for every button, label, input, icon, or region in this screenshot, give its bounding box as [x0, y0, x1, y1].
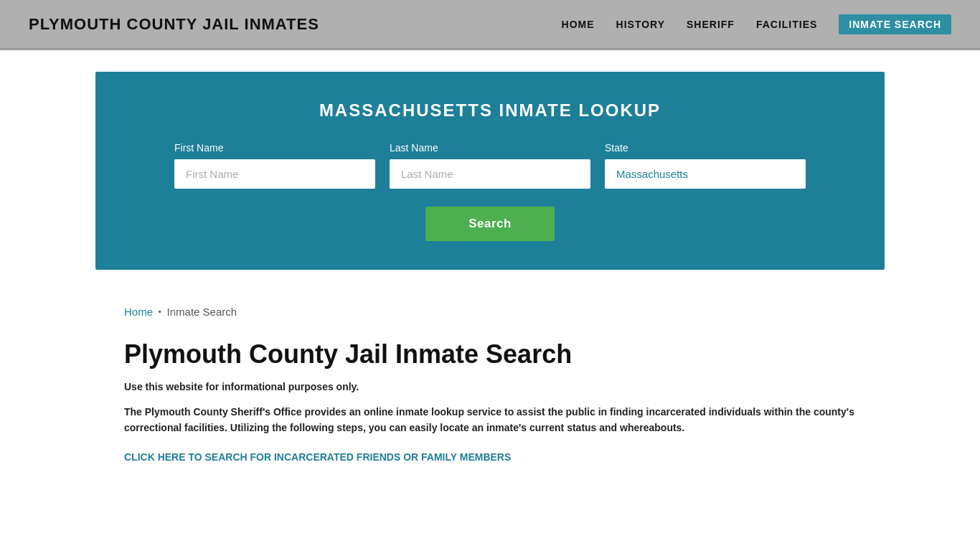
breadcrumb: Home • Inmate Search [95, 291, 885, 332]
last-name-label: Last Name [390, 142, 590, 154]
state-label: State [605, 142, 806, 154]
search-button[interactable]: Search [425, 207, 555, 241]
breadcrumb-home-link[interactable]: Home [124, 306, 153, 318]
search-btn-wrap: Search [110, 207, 870, 241]
search-fields: First Name Last Name State [110, 142, 870, 189]
info-line-1: Use this website for informational purpo… [124, 381, 856, 392]
main-content: Plymouth County Jail Inmate Search Use t… [95, 332, 885, 492]
first-name-input[interactable] [174, 159, 375, 189]
breadcrumb-current: Inmate Search [167, 306, 237, 318]
last-name-input[interactable] [390, 159, 590, 189]
main-nav: HOME HISTORY SHERIFF FACILITIES INMATE S… [562, 14, 951, 34]
nav-item-history[interactable]: HISTORY [616, 19, 665, 30]
cta-link[interactable]: CLICK HERE to Search for Incarcerated Fr… [124, 451, 511, 463]
nav-item-inmate-search[interactable]: INMATE SEARCH [839, 14, 951, 34]
first-name-group: First Name [174, 142, 375, 189]
search-banner-title: MASSACHUSETTS INMATE LOOKUP [110, 100, 870, 121]
page-heading: Plymouth County Jail Inmate Search [124, 339, 856, 369]
nav-item-facilities[interactable]: FACILITIES [756, 19, 817, 30]
search-banner: MASSACHUSETTS INMATE LOOKUP First Name L… [95, 72, 885, 270]
state-input[interactable] [605, 159, 806, 189]
first-name-label: First Name [174, 142, 375, 154]
site-header: PLYMOUTH COUNTY JAIL INMATES HOME HISTOR… [0, 0, 980, 50]
site-title: PLYMOUTH COUNTY JAIL INMATES [29, 15, 319, 34]
state-group: State [605, 142, 806, 189]
nav-item-sheriff[interactable]: SHERIFF [687, 19, 735, 30]
breadcrumb-separator: • [159, 308, 161, 316]
last-name-group: Last Name [390, 142, 590, 189]
info-line-2: The Plymouth County Sheriff's Office pro… [124, 404, 856, 436]
nav-item-home[interactable]: HOME [562, 19, 595, 30]
